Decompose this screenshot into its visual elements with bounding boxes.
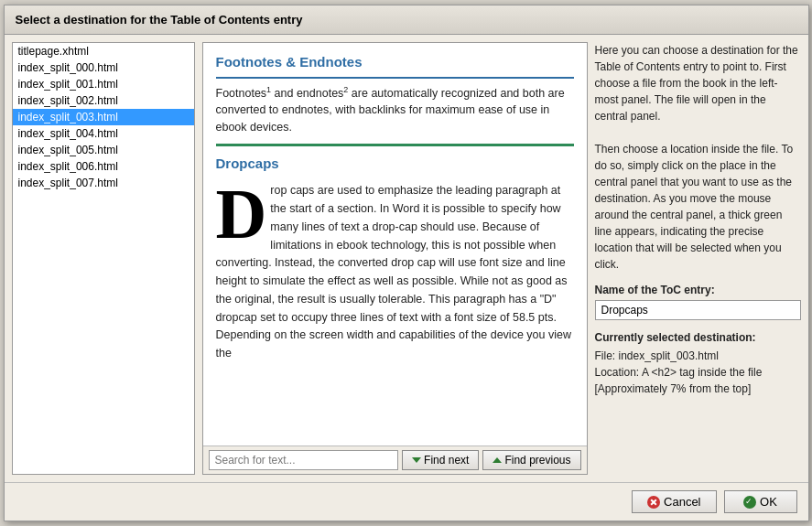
file-item[interactable]: index_split_006.html bbox=[13, 158, 194, 175]
right-panel-description: Here you can choose a destination for th… bbox=[595, 42, 801, 273]
cancel-button[interactable]: Cancel bbox=[632, 490, 716, 513]
cancel-icon bbox=[647, 496, 660, 509]
footnotes-heading: Footnotes & Endnotes bbox=[216, 52, 574, 79]
selected-dest-location: Location: A <h2> tag inside the file bbox=[595, 364, 801, 381]
toc-entry-field-container: Name of the ToC entry: bbox=[595, 284, 801, 320]
dialog-title: Select a destination for the Table of Co… bbox=[5, 5, 808, 35]
find-previous-button[interactable]: Find previous bbox=[482, 450, 580, 470]
dialog-body: titlepage.xhtmlindex_split_000.htmlindex… bbox=[5, 35, 808, 482]
footnotes-text: Footnotes1 and endnotes2 are automatical… bbox=[216, 84, 574, 136]
dialog: Select a destination for the Table of Co… bbox=[4, 5, 809, 521]
selected-dest-file: File: index_split_003.html bbox=[595, 348, 801, 364]
file-item[interactable]: index_split_004.html bbox=[13, 125, 194, 142]
find-next-label: Find next bbox=[424, 454, 469, 467]
search-bar: Find next Find previous bbox=[203, 445, 587, 474]
cancel-label: Cancel bbox=[664, 495, 700, 509]
file-item[interactable]: index_split_002.html bbox=[13, 92, 194, 109]
ok-icon bbox=[743, 496, 756, 509]
center-panel: Footnotes & Endnotes Footnotes1 and endn… bbox=[202, 42, 588, 475]
ok-button[interactable]: OK bbox=[724, 490, 797, 513]
toc-entry-input[interactable] bbox=[595, 300, 801, 320]
dialog-footer: Cancel OK bbox=[5, 482, 808, 521]
toc-entry-label: Name of the ToC entry: bbox=[595, 284, 801, 296]
dropcap-letter: D bbox=[216, 185, 267, 245]
file-item[interactable]: index_split_005.html bbox=[13, 142, 194, 158]
selected-dest-label: Currently selected destination: bbox=[595, 331, 801, 344]
find-previous-label: Find previous bbox=[504, 454, 570, 467]
selected-destination-container: Currently selected destination: File: in… bbox=[595, 331, 801, 397]
dropcap-container: D rop caps are used to emphasize the lea… bbox=[216, 181, 574, 362]
file-list-panel: titlepage.xhtmlindex_split_000.htmlindex… bbox=[12, 42, 195, 475]
file-item[interactable]: index_split_003.html bbox=[13, 109, 194, 125]
ok-label: OK bbox=[760, 495, 777, 509]
right-panel: Here you can choose a destination for th… bbox=[595, 42, 801, 475]
selected-dest-details: File: index_split_003.html Location: A <… bbox=[595, 348, 801, 397]
dropcap-text: rop caps are used to emphasize the leadi… bbox=[216, 184, 571, 360]
file-item[interactable]: index_split_007.html bbox=[13, 175, 194, 191]
find-previous-icon bbox=[493, 457, 502, 463]
file-item[interactable]: index_split_001.html bbox=[13, 76, 194, 92]
dropcaps-heading: Dropcaps bbox=[216, 154, 574, 175]
find-next-button[interactable]: Find next bbox=[402, 450, 479, 470]
file-item[interactable]: titlepage.xhtml bbox=[13, 43, 194, 59]
file-item[interactable]: index_split_000.html bbox=[13, 59, 194, 76]
search-input[interactable] bbox=[209, 450, 399, 470]
section-divider bbox=[216, 144, 574, 146]
content-area[interactable]: Footnotes & Endnotes Footnotes1 and endn… bbox=[203, 43, 587, 445]
find-next-icon bbox=[412, 457, 421, 463]
selected-dest-approx: [Approximately 7% from the top] bbox=[595, 381, 801, 397]
